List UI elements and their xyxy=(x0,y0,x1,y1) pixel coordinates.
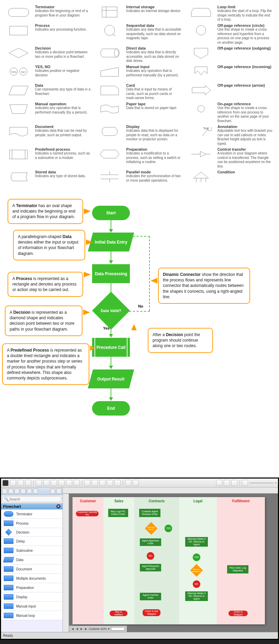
shape-name: Off-page reference (incoming) xyxy=(217,65,271,69)
shape-name: Condition xyxy=(217,170,235,174)
shape-ref-manual-input: Manual inputIndicates any operation that… xyxy=(97,65,181,82)
lib-shape-icon xyxy=(3,557,14,562)
zoom-slider[interactable] xyxy=(249,482,274,484)
tool-line2[interactable] xyxy=(92,480,98,486)
shape-ref-off-page-reference-arrow-: Off-page reference (arrow) xyxy=(189,83,273,100)
tool-6[interactable] xyxy=(43,480,49,486)
lib-item-manual-loop[interactable]: Manual loop xyxy=(1,611,63,620)
shape-desc: Indicates any type of stored data. xyxy=(35,174,86,179)
lib-item-display[interactable]: Display xyxy=(1,592,63,602)
panel-grid-icon[interactable] xyxy=(50,489,55,494)
search-input[interactable] xyxy=(2,496,62,502)
tool-8[interactable] xyxy=(58,480,65,486)
lib-item-delay[interactable]: Delay xyxy=(1,537,63,546)
lib-shape-icon xyxy=(4,511,13,517)
tool-pointer[interactable] xyxy=(2,480,9,486)
shape-desc: Indicates the synchronization of two or … xyxy=(126,174,181,183)
lib-item-data[interactable]: Data xyxy=(1,555,63,565)
shape-icon xyxy=(6,102,31,116)
tool-line1[interactable] xyxy=(84,480,90,486)
shape-icon xyxy=(6,23,31,37)
callout-connector: Dinamic Connector show the direction tha… xyxy=(158,268,250,304)
tool-7[interactable] xyxy=(51,480,57,486)
tool-line5[interactable] xyxy=(114,480,121,486)
library-header[interactable]: Flowchart ✕ xyxy=(1,503,63,509)
lib-item-document[interactable]: Document xyxy=(1,565,63,574)
panel-btn-3[interactable] xyxy=(14,489,20,494)
panel-btn-6[interactable] xyxy=(33,489,38,494)
tool-4[interactable] xyxy=(25,480,31,486)
tool-10[interactable] xyxy=(74,480,80,486)
svg-point-13 xyxy=(198,105,204,112)
tool-misc[interactable] xyxy=(133,480,139,486)
panel-search-icon[interactable] xyxy=(56,489,62,494)
tool-stamp[interactable] xyxy=(231,480,237,486)
panel-btn-4[interactable] xyxy=(21,489,26,494)
lib-item-label: Subroutine xyxy=(16,549,33,552)
tool-crop[interactable] xyxy=(125,480,131,486)
shape-desc: A location in your diagram where control… xyxy=(217,151,273,169)
shape-ref-loop-limit: Loop limitIndicates the start of a loop.… xyxy=(189,5,273,22)
canvas[interactable]: Customer Sales Contracts Legal Fulfillme… xyxy=(63,487,278,632)
tool-2[interactable] xyxy=(10,480,16,486)
tool-9[interactable] xyxy=(66,480,72,486)
lib-item-label: Display xyxy=(16,595,27,599)
sw-no: NO xyxy=(147,552,154,560)
shape-name: Data xyxy=(35,83,90,87)
shape-icon xyxy=(189,46,213,60)
shape-name: Manual operation xyxy=(35,102,90,106)
shape-desc: Indicates the start of a loop. Flip the … xyxy=(217,9,273,22)
shape-ref-direct-data: Direct dataIndicates any data that is di… xyxy=(97,46,181,63)
lib-item-decision[interactable]: Decision xyxy=(1,528,63,537)
shape-ref-paper-tape: Paper tapeData that is stored on paper t… xyxy=(97,102,181,123)
sw-repnot: Rep Is Notified xyxy=(110,611,127,616)
shape-desc: Indicates data that can be read by peopl… xyxy=(35,129,90,137)
callout-terminator: A Terminator has an oval shape and indic… xyxy=(8,199,83,224)
lib-item-multiple-documents[interactable]: Multiple documents xyxy=(1,574,63,583)
shape-icon xyxy=(97,46,122,60)
panel-btn-1[interactable] xyxy=(2,489,7,494)
shape-name: Off-page reference (arrow) xyxy=(217,83,265,87)
zoom-out-icon[interactable] xyxy=(216,480,222,486)
svg-text:Text: Text xyxy=(203,127,209,130)
shape-ref-stored-data: Stored dataIndicates any type of stored … xyxy=(6,170,90,187)
tool-line4[interactable] xyxy=(107,480,113,486)
shape-desc: Use this shape to create a cross-referen… xyxy=(217,28,273,45)
lib-item-process[interactable]: Process xyxy=(1,519,63,528)
shape-name: On-page reference xyxy=(217,102,273,106)
shape-icon xyxy=(97,170,122,184)
svg-rect-16 xyxy=(10,150,27,159)
tool-3[interactable] xyxy=(18,480,24,486)
lib-item-subroutine[interactable]: Subroutine xyxy=(1,546,63,555)
callout-predef: A Predefined Process is represented as a… xyxy=(2,343,89,385)
callout-decision: A Decision is represented as a diamond s… xyxy=(5,305,82,336)
shape-name: Paper tape xyxy=(126,102,177,106)
lib-item-preparation[interactable]: Preparation xyxy=(1,583,63,592)
shape-name: Off-page reference (circle) xyxy=(217,23,273,28)
shape-desc: Indicates the beginning or end of a prog… xyxy=(35,9,90,18)
lib-item-terminator[interactable]: Terminator xyxy=(1,509,63,519)
thumbnail-strip: Flowchart notation xyxy=(0,640,279,644)
page-tabs[interactable]: ◄◄►► Custom 41% ▾ xyxy=(69,626,127,632)
shape-desc: Indicates any processing function. xyxy=(35,28,87,32)
sw-yes2: YES xyxy=(193,554,200,561)
panel-btn-2[interactable] xyxy=(8,489,13,494)
shape-icon xyxy=(97,102,122,116)
lib-item-manual-input[interactable]: Manual input xyxy=(1,602,63,611)
shape-ref-display: DisplayIndicates data that is displayed … xyxy=(97,125,181,146)
shape-desc: Indicates an internal storage device. xyxy=(126,9,181,13)
zoom-icon[interactable] xyxy=(242,480,248,486)
drawing-page[interactable]: Customer Sales Contracts Legal Fulfillme… xyxy=(72,497,265,624)
tool-line3[interactable] xyxy=(99,480,105,486)
close-icon[interactable]: ✕ xyxy=(56,504,60,508)
shape-ref-yes-no: YESNOYES, NOIndicates positive or negati… xyxy=(6,65,90,82)
tool-fill[interactable] xyxy=(224,480,230,486)
shape-ref-process: ProcessIndicates any processing function… xyxy=(6,23,90,45)
flow-decision: Data Valid? xyxy=(92,302,130,319)
lib-shape-icon xyxy=(4,613,13,618)
shape-ref-sequential-data: Sequential dataIndicates any data that i… xyxy=(97,23,181,45)
tool-5[interactable] xyxy=(36,480,42,486)
panel-btn-5[interactable] xyxy=(27,489,32,494)
sw-shipped: Order Is Shipped xyxy=(228,611,248,616)
shape-icon xyxy=(97,65,122,78)
